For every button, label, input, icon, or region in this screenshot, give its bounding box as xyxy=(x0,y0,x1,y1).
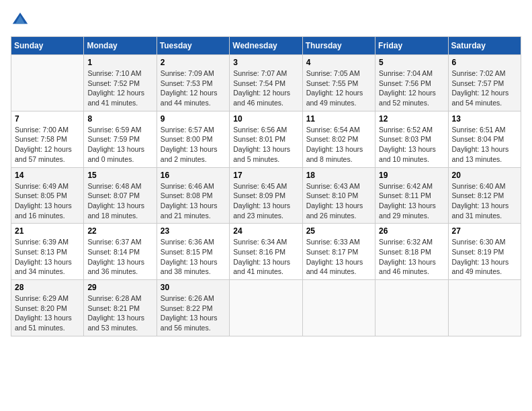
day-number: 23 xyxy=(161,226,226,236)
calendar-cell: 1Sunrise: 7:10 AMSunset: 7:52 PMDaylight… xyxy=(84,55,157,111)
day-info: Sunrise: 6:34 AMSunset: 8:16 PMDaylight:… xyxy=(233,237,298,277)
weekday-header: Tuesday xyxy=(157,37,229,55)
calendar-cell: 13Sunrise: 6:51 AMSunset: 8:04 PMDayligh… xyxy=(448,111,521,167)
day-info: Sunrise: 7:07 AMSunset: 7:54 PMDaylight:… xyxy=(233,68,298,108)
day-number: 1 xyxy=(87,58,152,67)
calendar-cell xyxy=(448,280,521,336)
calendar-cell: 19Sunrise: 6:42 AMSunset: 8:11 PMDayligh… xyxy=(375,167,448,224)
day-number: 28 xyxy=(15,283,80,292)
calendar-cell: 12Sunrise: 6:52 AMSunset: 8:03 PMDayligh… xyxy=(375,111,448,167)
day-info: Sunrise: 6:52 AMSunset: 8:03 PMDaylight:… xyxy=(379,125,444,165)
day-number: 14 xyxy=(15,171,80,180)
day-info: Sunrise: 6:26 AMSunset: 8:22 PMDaylight:… xyxy=(161,293,226,333)
day-number: 26 xyxy=(379,226,444,236)
day-number: 3 xyxy=(233,58,298,67)
day-info: Sunrise: 6:29 AMSunset: 8:20 PMDaylight:… xyxy=(15,293,80,333)
day-number: 25 xyxy=(306,226,371,236)
day-number: 12 xyxy=(379,114,444,124)
day-number: 16 xyxy=(161,171,226,180)
calendar-cell: 10Sunrise: 6:56 AMSunset: 8:01 PMDayligh… xyxy=(230,111,302,167)
calendar-cell: 21Sunrise: 6:39 AMSunset: 8:13 PMDayligh… xyxy=(11,224,84,280)
day-info: Sunrise: 6:28 AMSunset: 8:21 PMDaylight:… xyxy=(87,293,152,333)
day-info: Sunrise: 6:37 AMSunset: 8:14 PMDaylight:… xyxy=(87,237,152,277)
calendar-cell: 15Sunrise: 6:48 AMSunset: 8:07 PMDayligh… xyxy=(84,167,157,224)
logo-icon xyxy=(11,11,30,30)
calendar-cell xyxy=(230,280,302,336)
weekday-header: Friday xyxy=(375,37,448,55)
day-number: 11 xyxy=(306,114,371,124)
day-info: Sunrise: 6:54 AMSunset: 8:02 PMDaylight:… xyxy=(306,125,371,165)
calendar-cell: 2Sunrise: 7:09 AMSunset: 7:53 PMDaylight… xyxy=(157,55,229,111)
day-number: 5 xyxy=(379,58,444,67)
day-number: 7 xyxy=(15,114,80,124)
calendar-cell: 4Sunrise: 7:05 AMSunset: 7:55 PMDaylight… xyxy=(302,55,375,111)
calendar-cell: 26Sunrise: 6:32 AMSunset: 8:18 PMDayligh… xyxy=(375,224,448,280)
day-info: Sunrise: 6:48 AMSunset: 8:07 PMDaylight:… xyxy=(87,181,152,221)
weekday-header: Thursday xyxy=(302,37,375,55)
day-info: Sunrise: 7:04 AMSunset: 7:56 PMDaylight:… xyxy=(379,68,444,108)
day-info: Sunrise: 6:46 AMSunset: 8:08 PMDaylight:… xyxy=(161,181,226,221)
day-number: 10 xyxy=(233,114,298,124)
calendar-cell: 29Sunrise: 6:28 AMSunset: 8:21 PMDayligh… xyxy=(84,280,157,336)
day-number: 15 xyxy=(87,171,152,180)
day-number: 22 xyxy=(87,226,152,236)
day-info: Sunrise: 6:45 AMSunset: 8:09 PMDaylight:… xyxy=(233,181,298,221)
weekday-header: Sunday xyxy=(11,37,84,55)
day-info: Sunrise: 7:10 AMSunset: 7:52 PMDaylight:… xyxy=(87,68,152,108)
day-number: 17 xyxy=(233,171,298,180)
day-info: Sunrise: 7:05 AMSunset: 7:55 PMDaylight:… xyxy=(306,68,371,108)
calendar-week-row: 21Sunrise: 6:39 AMSunset: 8:13 PMDayligh… xyxy=(11,224,521,280)
calendar-cell: 6Sunrise: 7:02 AMSunset: 7:57 PMDaylight… xyxy=(448,55,521,111)
calendar-cell: 30Sunrise: 6:26 AMSunset: 8:22 PMDayligh… xyxy=(157,280,229,336)
calendar-cell: 16Sunrise: 6:46 AMSunset: 8:08 PMDayligh… xyxy=(157,167,229,224)
day-info: Sunrise: 6:42 AMSunset: 8:11 PMDaylight:… xyxy=(379,181,444,221)
calendar-header-row: SundayMondayTuesdayWednesdayThursdayFrid… xyxy=(11,37,521,55)
day-info: Sunrise: 6:57 AMSunset: 8:00 PMDaylight:… xyxy=(161,125,226,165)
calendar-cell: 24Sunrise: 6:34 AMSunset: 8:16 PMDayligh… xyxy=(230,224,302,280)
day-number: 21 xyxy=(15,226,80,236)
calendar-cell: 25Sunrise: 6:33 AMSunset: 8:17 PMDayligh… xyxy=(302,224,375,280)
day-info: Sunrise: 6:40 AMSunset: 8:12 PMDaylight:… xyxy=(452,181,517,221)
logo xyxy=(11,11,32,30)
day-number: 13 xyxy=(452,114,517,124)
day-info: Sunrise: 7:00 AMSunset: 7:58 PMDaylight:… xyxy=(15,125,80,165)
calendar-cell: 27Sunrise: 6:30 AMSunset: 8:19 PMDayligh… xyxy=(448,224,521,280)
day-info: Sunrise: 6:43 AMSunset: 8:10 PMDaylight:… xyxy=(306,181,371,221)
day-number: 19 xyxy=(379,171,444,180)
day-info: Sunrise: 6:49 AMSunset: 8:05 PMDaylight:… xyxy=(15,181,80,221)
calendar-cell: 18Sunrise: 6:43 AMSunset: 8:10 PMDayligh… xyxy=(302,167,375,224)
calendar-cell: 5Sunrise: 7:04 AMSunset: 7:56 PMDaylight… xyxy=(375,55,448,111)
calendar-cell: 9Sunrise: 6:57 AMSunset: 8:00 PMDaylight… xyxy=(157,111,229,167)
day-number: 24 xyxy=(233,226,298,236)
day-info: Sunrise: 6:36 AMSunset: 8:15 PMDaylight:… xyxy=(161,237,226,277)
calendar-week-row: 28Sunrise: 6:29 AMSunset: 8:20 PMDayligh… xyxy=(11,280,521,336)
header xyxy=(11,11,521,30)
calendar-cell xyxy=(375,280,448,336)
day-number: 9 xyxy=(161,114,226,124)
calendar: SundayMondayTuesdayWednesdayThursdayFrid… xyxy=(11,36,521,336)
calendar-cell: 14Sunrise: 6:49 AMSunset: 8:05 PMDayligh… xyxy=(11,167,84,224)
calendar-cell: 23Sunrise: 6:36 AMSunset: 8:15 PMDayligh… xyxy=(157,224,229,280)
day-number: 27 xyxy=(452,226,517,236)
weekday-header: Monday xyxy=(84,37,157,55)
calendar-cell: 20Sunrise: 6:40 AMSunset: 8:12 PMDayligh… xyxy=(448,167,521,224)
calendar-week-row: 14Sunrise: 6:49 AMSunset: 8:05 PMDayligh… xyxy=(11,167,521,224)
day-number: 6 xyxy=(452,58,517,67)
day-info: Sunrise: 7:02 AMSunset: 7:57 PMDaylight:… xyxy=(452,68,517,108)
day-number: 8 xyxy=(87,114,152,124)
calendar-cell: 11Sunrise: 6:54 AMSunset: 8:02 PMDayligh… xyxy=(302,111,375,167)
calendar-cell xyxy=(11,55,84,111)
day-number: 29 xyxy=(87,283,152,292)
day-info: Sunrise: 6:39 AMSunset: 8:13 PMDaylight:… xyxy=(15,237,80,277)
calendar-cell xyxy=(302,280,375,336)
calendar-cell: 17Sunrise: 6:45 AMSunset: 8:09 PMDayligh… xyxy=(230,167,302,224)
day-number: 30 xyxy=(161,283,226,292)
calendar-week-row: 7Sunrise: 7:00 AMSunset: 7:58 PMDaylight… xyxy=(11,111,521,167)
day-info: Sunrise: 6:32 AMSunset: 8:18 PMDaylight:… xyxy=(379,237,444,277)
day-number: 4 xyxy=(306,58,371,67)
calendar-cell: 28Sunrise: 6:29 AMSunset: 8:20 PMDayligh… xyxy=(11,280,84,336)
day-info: Sunrise: 6:59 AMSunset: 7:59 PMDaylight:… xyxy=(87,125,152,165)
day-number: 2 xyxy=(161,58,226,67)
day-info: Sunrise: 6:56 AMSunset: 8:01 PMDaylight:… xyxy=(233,125,298,165)
calendar-week-row: 1Sunrise: 7:10 AMSunset: 7:52 PMDaylight… xyxy=(11,55,521,111)
